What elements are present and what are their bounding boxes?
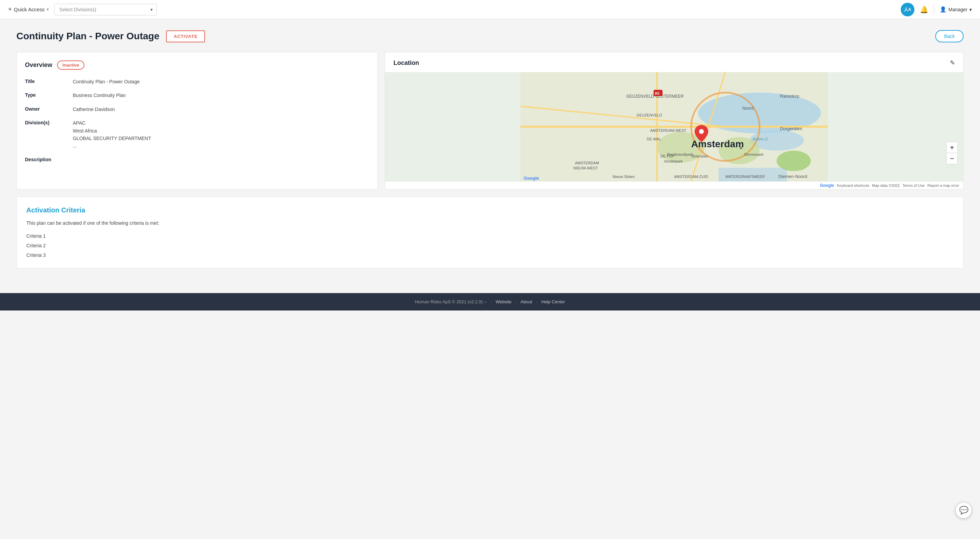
division-item: West Africa — [73, 127, 369, 135]
svg-text:A5: A5 — [655, 91, 660, 95]
bell-icon[interactable]: 🔔 — [920, 5, 928, 14]
map-zoom-in-button[interactable]: + — [947, 142, 958, 153]
svg-text:Durgerdam: Durgerdam — [780, 126, 802, 131]
description-value — [73, 156, 369, 162]
edit-icon: ✎ — [950, 59, 955, 66]
svg-text:AMSTERDAM: AMSTERDAM — [575, 161, 599, 165]
svg-text:Sloterplas: Sloterplas — [691, 154, 708, 158]
website-link[interactable]: Website — [495, 299, 512, 304]
user-caret-icon: ▾ — [969, 7, 972, 12]
criteria-item-1: Criteria 1 — [26, 231, 954, 241]
location-card-header: Location ✎ — [385, 52, 963, 72]
type-label: Type — [25, 92, 73, 99]
division-select[interactable]: Select Division(s) — [54, 4, 157, 15]
page-header: Continuity Plan - Power Outage ACTIVATE … — [16, 30, 964, 42]
svg-point-36 — [699, 129, 704, 134]
map-svg: Ransdorp Durgerdam Diemen-Noord GEUZENVE… — [385, 72, 963, 181]
svg-text:Vondelpark: Vondelpark — [664, 159, 683, 163]
svg-text:AMSTERDAM-ZUID: AMSTERDAM-ZUID — [674, 175, 708, 179]
terms-link: Terms of Use — [902, 183, 924, 188]
plus-icon: + — [8, 6, 12, 13]
title-value: Continuity Plan - Power Outage — [73, 78, 369, 85]
svg-text:Amsterdam: Amsterdam — [691, 139, 744, 149]
help-center-link[interactable]: Help Center — [541, 299, 565, 304]
map-container[interactable]: Ransdorp Durgerdam Diemen-Noord GEUZENVE… — [385, 72, 963, 181]
overview-card-header: Overview Inactive — [25, 60, 369, 70]
map-footer: Google Keyboard shortcuts Map data ©2022… — [385, 181, 963, 189]
svg-text:Rembrandtpark: Rembrandtpark — [667, 152, 693, 156]
division-item: APAC — [73, 119, 369, 127]
division-select-wrapper: Select Division(s) — [54, 4, 157, 15]
svg-text:Google: Google — [524, 176, 539, 181]
owner-label: Owner — [25, 105, 73, 113]
location-title: Location — [393, 59, 419, 67]
division-item: GLOBAL SECURITY DEPARTMENT — [73, 135, 369, 142]
report-link: Report a map error — [928, 183, 959, 188]
about-link[interactable]: About — [520, 299, 532, 304]
overview-card: Overview Inactive Title Continuity Plan … — [16, 52, 378, 189]
activation-criteria-card: Activation Criteria This plan can be act… — [16, 196, 964, 269]
map-data-text: Map data ©2022 — [872, 183, 900, 188]
location-card: Location ✎ — [385, 52, 964, 189]
copyright-text: Human Risks ApS © 2021 (v2.2.0) – — [415, 299, 486, 304]
svg-text:Buiten-IJ: Buiten-IJ — [753, 137, 768, 141]
divisions-label: Division(s) — [25, 119, 73, 150]
header-divider — [934, 5, 934, 14]
quick-access-caret-icon: ▾ — [47, 7, 49, 12]
avatar[interactable]: ⼈A — [901, 3, 915, 16]
overview-title: Overview — [25, 62, 52, 68]
owner-value: Catherine Davidson — [73, 105, 369, 113]
page-footer: Human Risks ApS © 2021 (v2.2.0) – · Webs… — [0, 293, 980, 310]
svg-text:WATERGRAAFSMEER: WATERGRAAFSMEER — [725, 175, 765, 179]
svg-text:Diemen-Noord: Diemen-Noord — [778, 174, 807, 179]
svg-point-6 — [777, 151, 811, 171]
svg-text:NIEUW-WEST: NIEUW-WEST — [573, 166, 598, 170]
overview-details: Title Continuity Plan - Power Outage Typ… — [25, 78, 369, 162]
svg-text:Noord: Noord — [743, 106, 754, 111]
map-zoom-out-button[interactable]: − — [947, 153, 958, 164]
status-badge: Inactive — [57, 60, 84, 70]
svg-text:DE WAL: DE WAL — [647, 137, 661, 141]
user-label: Manager — [948, 7, 967, 12]
activation-criteria-title: Activation Criteria — [26, 206, 954, 214]
svg-text:Diemerpark: Diemerpark — [744, 152, 764, 156]
edit-location-button[interactable]: ✎ — [950, 59, 955, 67]
division-more: ... — [73, 142, 369, 149]
svg-text:AMSTERDAM-WEST: AMSTERDAM-WEST — [650, 129, 686, 132]
activation-criteria-description: This plan can be activated if one of the… — [26, 220, 954, 226]
user-menu-button[interactable]: 👤 Manager ▾ — [940, 6, 972, 13]
criteria-item-2: Criteria 2 — [26, 241, 954, 250]
back-button[interactable]: Back — [935, 30, 964, 42]
page-title: Continuity Plan - Power Outage — [16, 31, 159, 42]
google-logo: Google — [820, 183, 834, 188]
activate-button[interactable]: ACTIVATE — [166, 30, 205, 42]
description-label: Description — [25, 156, 73, 162]
quick-access-label: Quick Access — [14, 6, 45, 12]
svg-text:GEUZENVELD: GEUZENVELD — [636, 113, 662, 117]
user-icon: 👤 — [940, 6, 947, 13]
title-label: Title — [25, 78, 73, 85]
quick-access-button[interactable]: + Quick Access ▾ — [8, 6, 49, 13]
divisions-value: APAC West Africa GLOBAL SECURITY DEPARTM… — [73, 119, 369, 150]
svg-text:Ransdorp: Ransdorp — [780, 94, 799, 99]
criteria-item-3: Criteria 3 — [26, 250, 954, 260]
svg-text:Nieuw Sloten: Nieuw Sloten — [612, 175, 635, 179]
keyboard-shortcuts-link: Keyboard shortcuts — [837, 183, 869, 188]
type-value: Business Continuity Plan — [73, 92, 369, 99]
